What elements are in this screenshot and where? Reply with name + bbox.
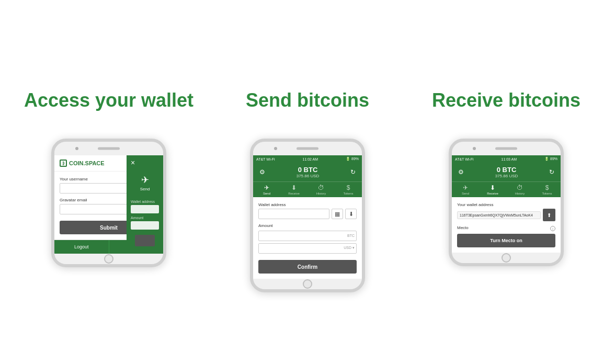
page-container: Access your wallet ₿ COIN.SPACE v0.1.6 [9, 72, 606, 292]
nav-send-active[interactable]: ✈ Send [253, 182, 280, 197]
turn-mecto-button[interactable]: Turn Mecto on [457, 234, 555, 247]
nav-tokens-icon: $ [347, 184, 350, 191]
phone-bottom-bar-3 [452, 253, 561, 263]
phone-bottom-bar-1 [54, 254, 163, 264]
mecto-group: Mecto i Turn Mecto on [457, 225, 555, 247]
nav-receive-icon: ⬇ [291, 184, 297, 191]
battery-send: 🔋 89% [346, 157, 359, 161]
phone-screen-receive: AT&T Wi-Fi 11:03 AM 🔋 89% ⚙ 0 BTC 375.86… [452, 155, 561, 253]
sidebar-overlay: × ✈ Send Wallet address Amount [127, 155, 163, 254]
section-title-receive: Receive bitcoins [432, 77, 580, 124]
refresh-button-send[interactable]: ↻ [349, 167, 357, 177]
nav-send-label: Send [263, 192, 270, 195]
nav-history-icon: ⏱ [318, 184, 324, 191]
qr-button[interactable]: ▦ [332, 209, 343, 219]
phone-top-bar-2 [253, 142, 362, 155]
nav-tokens[interactable]: $ Tokens [335, 182, 362, 197]
phone-bottom-bar-2 [253, 279, 362, 289]
nav-send-r[interactable]: ✈ Send [452, 182, 479, 197]
app-header-row-receive: ⚙ 0 BTC 375.86 USD ↻ [457, 166, 555, 178]
phone-home-button-1[interactable] [104, 254, 113, 264]
nav-history-icon-r: ⏱ [517, 184, 523, 191]
coin-logo: ₿ COIN.SPACE [60, 160, 105, 167]
wallet-address-label-receive: Your wallet address [457, 202, 555, 207]
usd-amount-send: 375.86 USD [297, 174, 320, 178]
time-receive: 11:03 AM [501, 157, 517, 161]
phone-camera-1 [75, 147, 78, 150]
send-icon: ✈ [141, 174, 149, 186]
wallet-address-group-receive: Your wallet address 116T3EpsanGxmh6QX7Qj… [457, 202, 555, 221]
email-label: Gravatar email [60, 198, 87, 202]
amount-group-send: Amount BTC USD ▾ [258, 223, 357, 254]
app-header-send: ⚙ 0 BTC 375.86 USD ↻ [253, 163, 362, 181]
coin-logo-text: COIN.SPACE [69, 160, 105, 166]
wallet-address-group-send: Wallet address ▦ ⬇ [258, 202, 357, 219]
nav-send-icon: ✈ [264, 184, 269, 191]
phone-send: AT&T Wi-Fi 11:02 AM 🔋 89% ⚙ 0 BTC 375.86… [250, 139, 365, 292]
btc-amount-receive: 0 BTC [495, 166, 518, 174]
mecto-info-icon[interactable]: i [550, 226, 555, 231]
logout-button[interactable]: Logout [54, 240, 109, 254]
nav-send-icon-r: ✈ [463, 184, 468, 191]
wallet-address-input-send[interactable] [258, 209, 329, 219]
usd-amount-input[interactable] [258, 243, 357, 254]
phone-speaker-1 [98, 147, 120, 150]
nav-receive-label-r: Receive [487, 192, 498, 195]
phone-receive: AT&T Wi-Fi 11:03 AM 🔋 89% ⚙ 0 BTC 375.86… [449, 139, 564, 266]
wallet-address-display-row: 116T3EpsanGxmh6QX7QjVWxM5unLTAoK4 ⬆ [457, 209, 555, 221]
phone-home-button-2[interactable] [303, 279, 312, 289]
btc-amount-input[interactable] [258, 231, 357, 241]
carrier-send: AT&T Wi-Fi [256, 157, 275, 161]
app-nav-receive: ✈ Send ⬇ Receive ⏱ History $ Tokens [452, 181, 561, 197]
sidebar-wallet-label: Wallet address [131, 200, 159, 203]
section-title-send: Send bitcoins [246, 77, 369, 124]
status-bar-send: AT&T Wi-Fi 11:02 AM 🔋 89% [253, 155, 362, 163]
app-nav-send: ✈ Send ⬇ Receive ⏱ History $ Tokens [253, 181, 362, 197]
nav-receive[interactable]: ⬇ Receive [280, 182, 308, 197]
status-bar-receive: AT&T Wi-Fi 11:03 AM 🔋 89% [452, 155, 561, 163]
nav-send-label-r: Send [462, 192, 469, 195]
settings-button-send[interactable]: ⚙ [258, 167, 266, 177]
section-access-wallet: Access your wallet ₿ COIN.SPACE v0.1.6 [9, 77, 208, 267]
nav-history-label-r: History [515, 192, 525, 195]
nav-history[interactable]: ⏱ History [308, 182, 335, 197]
app-header-receive: ⚙ 0 BTC 375.86 USD ↻ [452, 163, 561, 181]
wallet-address-display: 116T3EpsanGxmh6QX7QjVWxM5unLTAoK4 [457, 211, 541, 219]
phone-speaker-2 [297, 147, 318, 150]
settings-button-receive[interactable]: ⚙ [457, 167, 465, 177]
nav-tokens-icon-r: $ [545, 184, 549, 191]
section-receive-bitcoins: Receive bitcoins AT&T Wi-Fi 11:03 AM 🔋 8… [407, 77, 606, 266]
wallet-address-input-row: ▦ ⬇ [258, 209, 357, 219]
sidebar-send-button[interactable]: ✈ Send [127, 170, 163, 196]
sidebar-close-button[interactable]: × [127, 155, 163, 170]
phone-camera-2 [274, 147, 277, 150]
confirm-button[interactable]: Confirm [258, 260, 357, 274]
nav-receive-active[interactable]: ⬇ Receive [479, 182, 506, 197]
nav-tokens-label-r: Tokens [542, 192, 552, 195]
nav-history-label: History [316, 192, 326, 195]
send-label: Send [140, 187, 150, 191]
sidebar-wallet-input[interactable] [131, 205, 159, 213]
btc-amount-send: 0 BTC [297, 166, 320, 174]
usd-suffix: USD ▾ [344, 246, 355, 250]
wallet-address-label-send: Wallet address [258, 202, 357, 207]
section-title-access: Access your wallet [24, 77, 193, 124]
amount-label-send: Amount [258, 223, 357, 228]
copy-address-button[interactable]: ⬆ [543, 209, 555, 221]
sidebar-amount-input[interactable] [131, 221, 159, 230]
nav-tokens-r[interactable]: $ Tokens [533, 182, 561, 197]
section-send-bitcoins: Send bitcoins AT&T Wi-Fi 11:02 AM 🔋 89% … [208, 77, 407, 292]
nav-history-r[interactable]: ⏱ History [506, 182, 533, 197]
app-header-row-send: ⚙ 0 BTC 375.86 USD ↻ [258, 166, 357, 178]
carrier-receive: AT&T Wi-Fi [455, 157, 474, 161]
sidebar-wallet-section: Wallet address Amount [127, 196, 163, 253]
phone-home-button-3[interactable] [502, 253, 511, 263]
nav-tokens-label: Tokens [343, 192, 353, 195]
refresh-button-receive[interactable]: ↻ [548, 167, 555, 177]
phone-top-bar-3 [452, 142, 561, 155]
sidebar-amount-label: Amount [131, 216, 159, 220]
btc-suffix: BTC [347, 233, 355, 237]
phone-top-bar-1 [54, 142, 163, 155]
paste-button[interactable]: ⬇ [345, 209, 357, 219]
sidebar-action-button[interactable] [135, 235, 155, 246]
